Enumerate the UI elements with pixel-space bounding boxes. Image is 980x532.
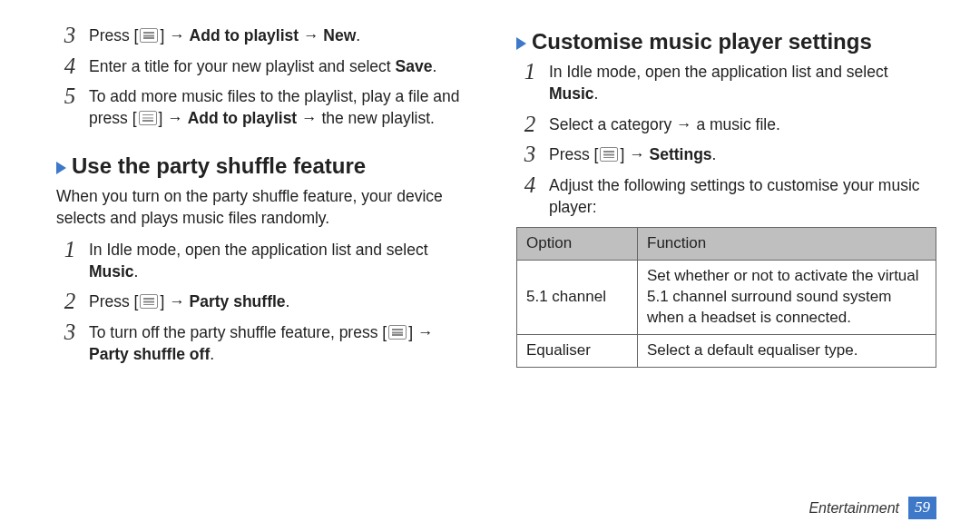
menu-icon <box>140 28 158 43</box>
table-header-option: Option <box>517 228 638 261</box>
heading-text: Customise music player settings <box>532 27 872 56</box>
page-footer: Entertainment 59 <box>808 497 936 519</box>
function-cell: Set whether or not to activate the virtu… <box>638 261 936 335</box>
step-number: 4 <box>522 173 538 218</box>
step-number: 5 <box>62 84 78 129</box>
left-column: 3Press [] → Add to playlist → New.4Enter… <box>56 22 476 532</box>
step-body: Enter a title for your new playlist and … <box>89 56 476 78</box>
step-body: Adjust the following settings to customi… <box>549 175 936 218</box>
step: 2Press [] → Party shuffle. <box>62 291 476 313</box>
step: 1In Idle mode, open the application list… <box>522 62 936 104</box>
steps-add-playlist: 3Press [] → Add to playlist → New.4Enter… <box>56 25 476 130</box>
step-body: In Idle mode, open the application list … <box>549 62 936 104</box>
step: 1In Idle mode, open the application list… <box>62 240 476 282</box>
table-header-function: Function <box>638 228 936 261</box>
step-body: Press [] → Settings. <box>549 144 936 166</box>
step-number: 4 <box>62 54 78 78</box>
table-row: 5.1 channelSet whether or not to activat… <box>517 261 936 335</box>
manual-page: 3Press [] → Add to playlist → New.4Enter… <box>0 0 980 532</box>
menu-icon <box>388 325 407 340</box>
step-number: 2 <box>522 113 538 136</box>
table-row: EqualiserSelect a default equaliser type… <box>517 334 936 367</box>
step-body: Press [] → Party shuffle. <box>89 291 476 313</box>
settings-table: Option Function 5.1 channelSet whether o… <box>516 227 936 368</box>
step-number: 2 <box>62 290 78 313</box>
step: 3Press [] → Settings. <box>522 144 936 166</box>
menu-icon <box>600 147 618 162</box>
chevron-icon <box>56 162 66 174</box>
step: 4Enter a title for your new playlist and… <box>62 56 476 78</box>
chevron-icon <box>516 37 526 50</box>
footer-page-number: 59 <box>908 497 936 519</box>
heading-party-shuffle: Use the party shuffle feature <box>56 152 476 181</box>
step-body: Press [] → Add to playlist → New. <box>89 25 476 47</box>
heading-text: Use the party shuffle feature <box>72 152 366 181</box>
party-shuffle-intro: When you turn on the party shuffle featu… <box>56 186 476 229</box>
step-number: 1 <box>522 60 538 104</box>
step-number: 3 <box>522 143 538 166</box>
heading-customise-settings: Customise music player settings <box>516 27 936 56</box>
menu-icon <box>139 111 157 125</box>
step-body: In Idle mode, open the application list … <box>89 240 476 282</box>
step-number: 3 <box>62 24 78 47</box>
option-cell: Equaliser <box>517 334 638 367</box>
step: 5To add more music files to the playlist… <box>62 86 476 129</box>
step-number: 1 <box>62 238 78 282</box>
step-body: Select a category → a music file. <box>549 114 936 136</box>
steps-customise: 1In Idle mode, open the application list… <box>516 62 936 218</box>
step: 3To turn off the party shuffle feature, … <box>62 322 476 365</box>
function-cell: Select a default equaliser type. <box>638 334 936 367</box>
step-number: 3 <box>62 320 78 365</box>
footer-section: Entertainment <box>808 498 899 518</box>
step-body: To add more music files to the playlist,… <box>89 86 476 129</box>
steps-party-shuffle: 1In Idle mode, open the application list… <box>56 240 476 365</box>
option-cell: 5.1 channel <box>517 261 638 335</box>
step: 2Select a category → a music file. <box>522 114 936 136</box>
step: 3Press [] → Add to playlist → New. <box>62 25 476 47</box>
step-body: To turn off the party shuffle feature, p… <box>89 322 476 365</box>
menu-icon <box>140 294 158 309</box>
step: 4Adjust the following settings to custom… <box>522 175 936 218</box>
right-column: Customise music player settings 1In Idle… <box>516 22 936 532</box>
